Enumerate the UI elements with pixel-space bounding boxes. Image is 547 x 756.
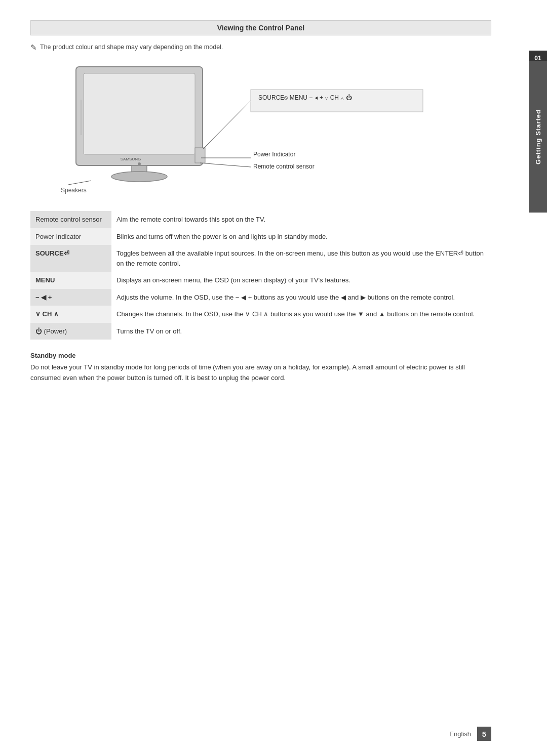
svg-point-3	[111, 172, 167, 182]
note-icon: ✎	[30, 43, 37, 52]
svg-rect-0	[76, 67, 203, 165]
table-row: SOURCE⏎Toggles between all the available…	[30, 245, 491, 272]
features-table: Remote control sensorAim the remote cont…	[30, 211, 491, 340]
svg-rect-12	[251, 90, 423, 112]
standby-section: Standby mode Do not leave your TV in sta…	[30, 352, 491, 384]
tv-illustration: SAMSUNG SOURCE⎋ MENU − ◀ + ∨ CH ∧ ⏻ Powe…	[30, 59, 491, 201]
table-cell-desc: Changes the channels. In the OSD, use th…	[111, 306, 491, 323]
table-row: Remote control sensorAim the remote cont…	[30, 211, 491, 228]
table-cell-label: ⏻ (Power)	[30, 323, 111, 340]
table-cell-label: Remote control sensor	[30, 211, 111, 228]
table-cell-desc: Turns the TV on or off.	[111, 323, 491, 340]
table-cell-desc: Aim the remote control towards this spot…	[111, 211, 491, 228]
note-line: ✎ The product colour and shape may vary …	[30, 44, 491, 52]
svg-text:Remote control sensor: Remote control sensor	[253, 163, 315, 170]
standby-title: Standby mode	[30, 352, 491, 359]
svg-rect-2	[132, 165, 147, 176]
table-cell-desc: Blinks and turns off when the power is o…	[111, 228, 491, 245]
table-row: ⏻ (Power)Turns the TV on or off.	[30, 323, 491, 340]
standby-text: Do not leave your TV in standby mode for…	[30, 362, 491, 384]
page-number: 5	[477, 727, 491, 741]
svg-text:SOURCE⎋ MENU − ◀ +  ∨ CH ∧   ⏻: SOURCE⎋ MENU − ◀ + ∨ CH ∧ ⏻	[258, 94, 352, 101]
table-cell-label: Power Indicator	[30, 228, 111, 245]
table-row: − ◀ +Adjusts the volume. In the OSD, use…	[30, 289, 491, 306]
table-cell-label: − ◀ +	[30, 289, 111, 306]
table-cell-desc: Adjusts the volume. In the OSD, use the …	[111, 289, 491, 306]
table-row: MENUDisplays an on-screen menu, the OSD …	[30, 272, 491, 289]
svg-rect-1	[84, 73, 195, 154]
svg-rect-6	[195, 148, 205, 163]
svg-line-11	[200, 163, 251, 167]
table-row: ∨ CH ∧Changes the channels. In the OSD, …	[30, 306, 491, 323]
svg-text:Power Indicator: Power Indicator	[253, 151, 295, 158]
side-tab: Getting Started	[529, 61, 547, 213]
table-cell-label: SOURCE⏎	[30, 245, 111, 272]
table-cell-label: ∨ CH ∧	[30, 306, 111, 323]
table-cell-desc: Displays an on-screen menu, the OSD (on …	[111, 272, 491, 289]
illustration-svg: SAMSUNG SOURCE⎋ MENU − ◀ + ∨ CH ∧ ⏻ Powe…	[30, 59, 491, 201]
svg-line-8	[68, 181, 91, 185]
svg-point-5	[138, 162, 141, 165]
section-title: Viewing the Control Panel	[30, 20, 491, 35]
note-text: The product colour and shape may vary de…	[40, 44, 223, 51]
svg-text:SAMSUNG: SAMSUNG	[121, 157, 141, 161]
svg-text:Speakers: Speakers	[61, 187, 87, 194]
table-cell-label: MENU	[30, 272, 111, 289]
footer-lang: English	[449, 730, 471, 738]
svg-line-14	[203, 101, 251, 149]
side-tab-label: Getting Started	[534, 109, 542, 164]
main-content: Viewing the Control Panel ✎ The product …	[30, 20, 491, 384]
table-row: Power IndicatorBlinks and turns off when…	[30, 228, 491, 245]
page-footer: English 5	[449, 727, 491, 741]
table-cell-desc: Toggles between all the available input …	[111, 245, 491, 272]
